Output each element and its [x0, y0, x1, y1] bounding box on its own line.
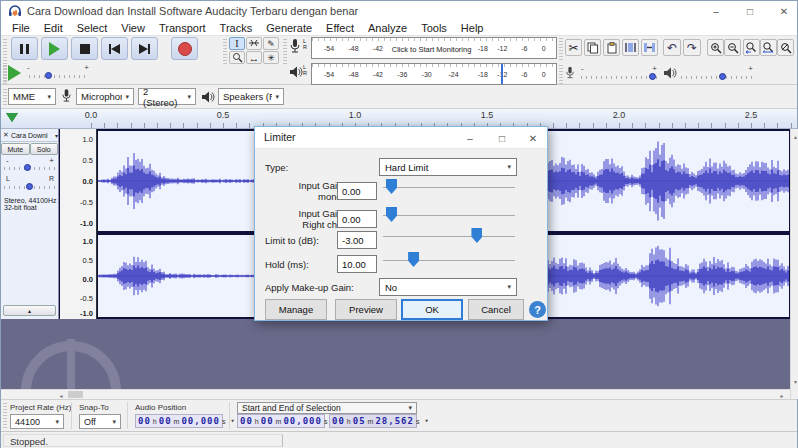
undo-button[interactable]: ↶ [663, 39, 681, 56]
solo-button[interactable]: Solo [30, 143, 59, 155]
track-pan-slider[interactable]: L R [4, 177, 56, 191]
limit-slider[interactable] [383, 227, 515, 245]
output-device-select[interactable]: Speakers (Real▾ [218, 88, 284, 105]
audio-host-select[interactable]: MME▾ [8, 88, 56, 105]
menu-effect[interactable]: Effect [319, 22, 361, 34]
manage-button[interactable]: Manage [265, 299, 327, 320]
skip-to-end-button[interactable] [131, 37, 158, 60]
zoom-tool-button[interactable] [229, 51, 245, 64]
makeup-gain-select[interactable]: No▾ [379, 278, 517, 296]
fit-selection-button[interactable] [743, 39, 760, 56]
play-button[interactable] [41, 37, 68, 60]
close-button[interactable]: ✕ [767, 1, 798, 21]
selection-tool-button[interactable]: I [229, 37, 245, 50]
paste-button[interactable] [603, 39, 620, 56]
selection-toolbar-grip[interactable] [3, 403, 7, 428]
menu-view[interactable]: View [114, 22, 152, 34]
menu-tracks[interactable]: Tracks [213, 22, 260, 34]
menu-edit[interactable]: Edit [37, 22, 70, 34]
selection-end-field[interactable]: 00h 05m 28,562s ▾ [329, 414, 417, 428]
snap-to-select[interactable]: Off▾ [79, 414, 121, 429]
device-toolbar-grip[interactable] [3, 87, 7, 105]
track-gain-slider[interactable]: - + [4, 159, 56, 173]
envelope-tool-button[interactable] [246, 37, 262, 50]
hold-slider[interactable] [383, 251, 515, 269]
silence-audio-button[interactable] [641, 39, 658, 56]
playback-volume-slider[interactable]: + [679, 65, 755, 83]
limit-thumb[interactable] [471, 228, 482, 243]
preview-button[interactable]: Preview [335, 299, 397, 320]
gain-left-thumb[interactable] [386, 179, 397, 194]
cut-button[interactable]: ✂ [565, 39, 582, 56]
dialog-close-button[interactable]: ✕ [519, 127, 547, 149]
limit-input[interactable]: -3.00 [337, 231, 377, 249]
playback-meter[interactable]: -54 -48 -42 -36 -30 -24 -18 -12 -6 0 [311, 63, 557, 85]
selection-start-field[interactable]: 00h 00m 00,000s ▾ [237, 414, 325, 428]
audio-position-field[interactable]: 00h 00m 00,000s ▾ [135, 414, 223, 428]
trim-audio-button[interactable] [622, 39, 639, 56]
dialog-minimize-button[interactable]: – [455, 127, 485, 149]
maximize-button[interactable]: □ [733, 1, 767, 21]
stop-button[interactable] [71, 37, 98, 60]
menu-analyze[interactable]: Analyze [361, 22, 414, 34]
project-rate-select[interactable]: 44100▾ [10, 414, 64, 429]
scroll-down-icon[interactable]: ▾ [791, 375, 798, 387]
hscroll-thumb[interactable] [68, 391, 83, 398]
recording-volume-slider[interactable]: - + [579, 65, 659, 83]
track-title[interactable]: Cara Downl [11, 132, 55, 139]
menu-file[interactable]: File [5, 22, 37, 34]
scroll-left-icon[interactable]: ◂ [56, 391, 66, 399]
tools-toolbar-grip[interactable] [223, 38, 227, 64]
track-menu-caret-icon[interactable]: ▾ [55, 132, 58, 139]
gain-right-input[interactable]: 0.00 [337, 210, 377, 228]
menu-help[interactable]: Help [454, 22, 491, 34]
play-at-speed-grip[interactable] [3, 64, 7, 84]
help-button[interactable]: ? [529, 301, 546, 318]
recording-meter[interactable]: -54 -48 -42 Click to Start Monitoring -1… [311, 37, 557, 59]
mute-button[interactable]: Mute [1, 143, 30, 155]
timeshift-tool-button[interactable]: ↔ [246, 51, 262, 64]
multi-tool-button[interactable]: ✳ [263, 51, 279, 64]
scroll-up-icon[interactable]: ▴ [791, 130, 798, 142]
zoom-in-button[interactable] [707, 39, 724, 56]
horizontal-scrollbar[interactable]: ◂ ▸ [1, 389, 790, 399]
skip-to-start-button[interactable] [101, 37, 128, 60]
gain-right-slider[interactable] [383, 206, 515, 224]
type-select[interactable]: Hard Limit▾ [379, 158, 517, 176]
menu-transport[interactable]: Transport [152, 22, 213, 34]
redo-button[interactable]: ↷ [683, 39, 701, 56]
draw-tool-button[interactable]: ✎ [263, 37, 279, 50]
record-button[interactable] [171, 37, 198, 60]
recording-meter-grip[interactable] [283, 38, 287, 64]
zoom-toggle-button[interactable] [777, 39, 794, 56]
dialog-maximize-button[interactable]: □ [487, 127, 517, 149]
ok-button[interactable]: OK [401, 299, 463, 320]
timeline-pin-icon[interactable] [6, 113, 18, 122]
fit-project-button[interactable] [760, 39, 777, 56]
hold-input[interactable]: 10.00 [337, 255, 377, 273]
pause-button[interactable] [11, 37, 38, 60]
limiter-dialog-titlebar[interactable]: Limiter – □ ✕ [255, 127, 547, 149]
play-at-speed-button[interactable] [8, 63, 24, 83]
hold-thumb[interactable] [408, 252, 419, 267]
menu-tools[interactable]: Tools [414, 22, 454, 34]
gain-right-thumb[interactable] [386, 207, 397, 222]
gain-thumb[interactable] [24, 164, 31, 171]
selection-mode-select[interactable]: Start and End of Selection▾ [237, 402, 417, 414]
gain-left-input[interactable]: 0.00 [337, 182, 377, 200]
zoom-out-button[interactable] [724, 39, 741, 56]
vertical-scale-ruler[interactable]: 1.0 0.5 0.0 -0.5 -1.0 1.0 0.5 0.0 -0.5 -… [60, 129, 97, 319]
minimize-button[interactable]: – [699, 1, 733, 21]
edit-toolbar-grip[interactable] [559, 38, 563, 60]
scroll-right-icon[interactable]: ▸ [777, 391, 787, 399]
mixer-toolbar-grip[interactable] [559, 64, 563, 84]
menu-select[interactable]: Select [70, 22, 115, 34]
vertical-scrollbar[interactable]: ▴ ▾ [790, 129, 798, 399]
recording-volume-thumb[interactable] [649, 73, 656, 80]
title-bar[interactable]: Cara Download dan Install Software Audac… [1, 1, 797, 21]
speed-slider-thumb[interactable] [45, 72, 52, 79]
track-close-button[interactable]: ✕ [1, 131, 11, 139]
pan-thumb[interactable] [26, 183, 33, 190]
input-channels-select[interactable]: 2 (Stereo)▾ [138, 88, 196, 105]
playback-volume-thumb[interactable] [719, 73, 726, 80]
